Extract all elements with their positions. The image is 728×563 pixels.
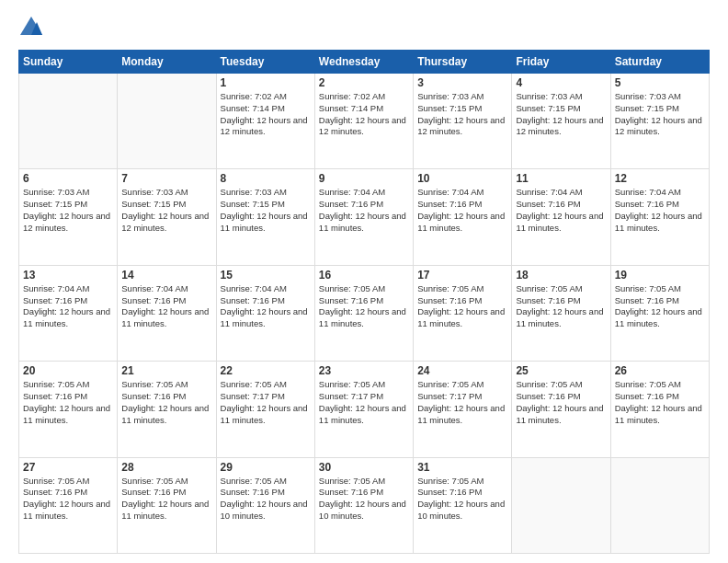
calendar-cell: 24Sunrise: 7:05 AMSunset: 7:17 PMDayligh… — [414, 362, 512, 457]
day-info: Sunrise: 7:03 AMSunset: 7:15 PMDaylight:… — [615, 91, 705, 138]
day-number: 9 — [319, 172, 409, 185]
calendar-cell: 17Sunrise: 7:05 AMSunset: 7:16 PMDayligh… — [414, 265, 512, 361]
calendar-cell: 13Sunrise: 7:04 AMSunset: 7:16 PMDayligh… — [19, 265, 118, 361]
day-info: Sunrise: 7:03 AMSunset: 7:15 PMDaylight:… — [417, 91, 507, 138]
day-info: Sunrise: 7:04 AMSunset: 7:16 PMDaylight:… — [221, 283, 311, 330]
weekday-header-monday: Monday — [118, 51, 216, 74]
calendar-week-row: 6Sunrise: 7:03 AMSunset: 7:15 PMDaylight… — [19, 169, 710, 265]
day-number: 20 — [23, 364, 113, 377]
calendar-header-row: SundayMondayTuesdayWednesdayThursdayFrid… — [19, 51, 710, 74]
day-number: 27 — [23, 461, 113, 474]
calendar-cell: 15Sunrise: 7:04 AMSunset: 7:16 PMDayligh… — [216, 265, 314, 361]
day-info: Sunrise: 7:04 AMSunset: 7:16 PMDaylight:… — [516, 187, 606, 234]
calendar-cell: 7Sunrise: 7:03 AMSunset: 7:15 PMDaylight… — [118, 169, 216, 265]
day-number: 8 — [221, 172, 311, 185]
day-number: 14 — [121, 269, 211, 282]
day-number: 6 — [23, 172, 113, 185]
day-info: Sunrise: 7:05 AMSunset: 7:16 PMDaylight:… — [417, 283, 507, 330]
day-number: 26 — [615, 364, 705, 377]
calendar-cell — [19, 74, 118, 169]
weekday-header-wednesday: Wednesday — [314, 51, 413, 74]
logo — [18, 15, 46, 40]
day-info: Sunrise: 7:03 AMSunset: 7:15 PMDaylight:… — [23, 187, 113, 234]
calendar-cell: 1Sunrise: 7:02 AMSunset: 7:14 PMDaylight… — [216, 74, 314, 169]
day-number: 21 — [121, 364, 211, 377]
day-info: Sunrise: 7:05 AMSunset: 7:16 PMDaylight:… — [417, 476, 507, 523]
calendar-cell: 4Sunrise: 7:03 AMSunset: 7:15 PMDaylight… — [512, 74, 610, 169]
day-info: Sunrise: 7:05 AMSunset: 7:16 PMDaylight:… — [121, 379, 211, 426]
day-info: Sunrise: 7:04 AMSunset: 7:16 PMDaylight:… — [417, 187, 507, 234]
day-number: 5 — [615, 76, 705, 89]
day-info: Sunrise: 7:05 AMSunset: 7:16 PMDaylight:… — [516, 379, 606, 426]
day-number: 28 — [121, 461, 211, 474]
day-info: Sunrise: 7:05 AMSunset: 7:16 PMDaylight:… — [319, 283, 409, 330]
calendar-week-row: 13Sunrise: 7:04 AMSunset: 7:16 PMDayligh… — [19, 265, 710, 361]
calendar-cell: 8Sunrise: 7:03 AMSunset: 7:15 PMDaylight… — [216, 169, 314, 265]
day-number: 29 — [221, 461, 311, 474]
calendar-cell: 31Sunrise: 7:05 AMSunset: 7:16 PMDayligh… — [414, 457, 512, 553]
calendar-cell: 21Sunrise: 7:05 AMSunset: 7:16 PMDayligh… — [118, 362, 216, 457]
weekday-header-sunday: Sunday — [19, 51, 118, 74]
day-number: 25 — [516, 364, 606, 377]
day-number: 4 — [516, 76, 606, 89]
weekday-header-tuesday: Tuesday — [216, 51, 314, 74]
day-number: 17 — [417, 269, 507, 282]
day-number: 23 — [319, 364, 409, 377]
day-number: 15 — [221, 269, 311, 282]
day-number: 24 — [417, 364, 507, 377]
day-info: Sunrise: 7:05 AMSunset: 7:16 PMDaylight:… — [615, 379, 705, 426]
calendar-cell: 2Sunrise: 7:02 AMSunset: 7:14 PMDaylight… — [314, 74, 413, 169]
day-info: Sunrise: 7:03 AMSunset: 7:15 PMDaylight:… — [516, 91, 606, 138]
weekday-header-saturday: Saturday — [610, 51, 709, 74]
day-info: Sunrise: 7:05 AMSunset: 7:16 PMDaylight:… — [23, 379, 113, 426]
day-number: 22 — [221, 364, 311, 377]
day-info: Sunrise: 7:03 AMSunset: 7:15 PMDaylight:… — [121, 187, 211, 234]
day-number: 31 — [417, 461, 507, 474]
day-number: 30 — [319, 461, 409, 474]
calendar-cell: 18Sunrise: 7:05 AMSunset: 7:16 PMDayligh… — [512, 265, 610, 361]
weekday-header-thursday: Thursday — [414, 51, 512, 74]
day-info: Sunrise: 7:02 AMSunset: 7:14 PMDaylight:… — [221, 91, 311, 138]
calendar-cell: 11Sunrise: 7:04 AMSunset: 7:16 PMDayligh… — [512, 169, 610, 265]
calendar-cell: 27Sunrise: 7:05 AMSunset: 7:16 PMDayligh… — [19, 457, 118, 553]
logo-icon — [18, 15, 44, 40]
day-info: Sunrise: 7:04 AMSunset: 7:16 PMDaylight:… — [121, 283, 211, 330]
day-info: Sunrise: 7:05 AMSunset: 7:17 PMDaylight:… — [417, 379, 507, 426]
calendar-cell: 23Sunrise: 7:05 AMSunset: 7:17 PMDayligh… — [314, 362, 413, 457]
day-number: 18 — [516, 269, 606, 282]
day-info: Sunrise: 7:05 AMSunset: 7:16 PMDaylight:… — [221, 476, 311, 523]
calendar-cell: 28Sunrise: 7:05 AMSunset: 7:16 PMDayligh… — [118, 457, 216, 553]
day-info: Sunrise: 7:05 AMSunset: 7:16 PMDaylight:… — [121, 476, 211, 523]
day-info: Sunrise: 7:03 AMSunset: 7:15 PMDaylight:… — [221, 187, 311, 234]
day-number: 3 — [417, 76, 507, 89]
calendar-cell — [512, 457, 610, 553]
day-info: Sunrise: 7:04 AMSunset: 7:16 PMDaylight:… — [615, 187, 705, 234]
day-info: Sunrise: 7:04 AMSunset: 7:16 PMDaylight:… — [319, 187, 409, 234]
calendar-cell: 19Sunrise: 7:05 AMSunset: 7:16 PMDayligh… — [610, 265, 709, 361]
day-number: 13 — [23, 269, 113, 282]
day-number: 1 — [221, 76, 311, 89]
calendar-cell: 14Sunrise: 7:04 AMSunset: 7:16 PMDayligh… — [118, 265, 216, 361]
calendar-cell: 5Sunrise: 7:03 AMSunset: 7:15 PMDaylight… — [610, 74, 709, 169]
calendar-cell: 25Sunrise: 7:05 AMSunset: 7:16 PMDayligh… — [512, 362, 610, 457]
calendar-cell — [610, 457, 709, 553]
calendar-cell: 29Sunrise: 7:05 AMSunset: 7:16 PMDayligh… — [216, 457, 314, 553]
calendar-cell: 30Sunrise: 7:05 AMSunset: 7:16 PMDayligh… — [314, 457, 413, 553]
day-info: Sunrise: 7:05 AMSunset: 7:17 PMDaylight:… — [319, 379, 409, 426]
day-info: Sunrise: 7:05 AMSunset: 7:17 PMDaylight:… — [221, 379, 311, 426]
day-number: 2 — [319, 76, 409, 89]
calendar-cell: 16Sunrise: 7:05 AMSunset: 7:16 PMDayligh… — [314, 265, 413, 361]
calendar-cell: 6Sunrise: 7:03 AMSunset: 7:15 PMDaylight… — [19, 169, 118, 265]
day-info: Sunrise: 7:02 AMSunset: 7:14 PMDaylight:… — [319, 91, 409, 138]
weekday-header-friday: Friday — [512, 51, 610, 74]
calendar-cell: 26Sunrise: 7:05 AMSunset: 7:16 PMDayligh… — [610, 362, 709, 457]
day-number: 11 — [516, 172, 606, 185]
day-info: Sunrise: 7:04 AMSunset: 7:16 PMDaylight:… — [23, 283, 113, 330]
day-number: 10 — [417, 172, 507, 185]
day-info: Sunrise: 7:05 AMSunset: 7:16 PMDaylight:… — [516, 283, 606, 330]
day-info: Sunrise: 7:05 AMSunset: 7:16 PMDaylight:… — [319, 476, 409, 523]
calendar-cell: 3Sunrise: 7:03 AMSunset: 7:15 PMDaylight… — [414, 74, 512, 169]
calendar-table: SundayMondayTuesdayWednesdayThursdayFrid… — [18, 50, 710, 554]
day-info: Sunrise: 7:05 AMSunset: 7:16 PMDaylight:… — [23, 476, 113, 523]
calendar-week-row: 27Sunrise: 7:05 AMSunset: 7:16 PMDayligh… — [19, 457, 710, 553]
